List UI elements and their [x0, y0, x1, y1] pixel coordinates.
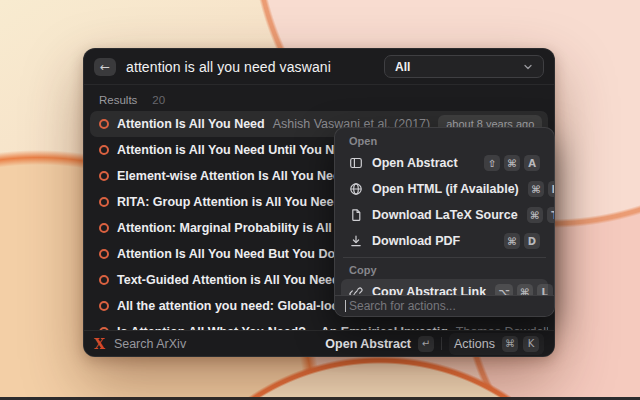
globe-icon — [349, 182, 363, 196]
results-label: Results — [99, 94, 137, 106]
menu-item-download-pdf[interactable]: Download PDF ⌘ D — [341, 228, 548, 254]
arxiv-logo-icon: X — [94, 337, 105, 351]
actions-search-placeholder: Search for actions... — [349, 299, 456, 313]
action-menu: Open Open Abstract ⇧ ⌘ A — [334, 127, 555, 317]
result-title: Attention Is All You Need — [117, 117, 265, 131]
arxiv-paper-icon — [99, 301, 109, 311]
arxiv-paper-icon — [99, 145, 109, 155]
arxiv-paper-icon — [99, 171, 109, 181]
footer-divider — [441, 337, 442, 350]
category-dropdown[interactable]: All — [384, 55, 544, 78]
arxiv-paper-icon — [99, 275, 109, 285]
results-header: Results 20 — [84, 85, 554, 111]
raycast-window: ← attention is all you need vaswani All … — [83, 48, 555, 357]
arxiv-paper-icon — [99, 223, 109, 233]
arxiv-paper-icon — [99, 197, 109, 207]
actions-button[interactable]: Actions ⌘ K — [449, 333, 544, 355]
search-bar: ← attention is all you need vaswani All — [84, 49, 554, 85]
shortcut-keys: ⌘ H — [528, 181, 555, 197]
chevron-down-icon — [523, 62, 533, 72]
arxiv-paper-icon — [99, 249, 109, 259]
menu-item-open-abstract[interactable]: Open Abstract ⇧ ⌘ A — [341, 150, 548, 176]
menu-item-download-latex[interactable]: Download LaTeX Source ⌘ T — [341, 202, 548, 228]
cmd-key-icon: ⌘ — [502, 336, 518, 352]
footer-bar: X Search ArXiv Open Abstract ↵ Actions ⌘… — [84, 330, 554, 356]
desktop-wallpaper: ← attention is all you need vaswani All … — [0, 0, 640, 400]
shortcut-keys: ⌘ T — [527, 207, 555, 223]
menu-section-copy: Copy — [341, 261, 548, 279]
dropdown-value: All — [395, 60, 410, 74]
window-icon — [349, 156, 363, 170]
menu-section-open: Open — [341, 132, 548, 150]
results-count: 20 — [152, 94, 165, 106]
menu-item-open-html[interactable]: Open HTML (if Available) ⌘ H — [341, 176, 548, 202]
menu-item-label: Open Abstract — [372, 156, 458, 170]
arrow-left-icon: ← — [100, 61, 110, 73]
menu-item-label: Open HTML (if Available) — [372, 182, 519, 196]
search-input[interactable]: attention is all you need vaswani — [126, 59, 331, 75]
arxiv-paper-icon — [99, 119, 109, 129]
shortcut-keys: ⌘ D — [504, 233, 540, 249]
download-icon — [349, 234, 363, 248]
shortcut-keys: ⇧ ⌘ A — [484, 155, 540, 171]
menu-divider — [343, 257, 546, 258]
text-cursor — [345, 300, 346, 312]
back-button[interactable]: ← — [94, 58, 116, 76]
menu-item-label: Download PDF — [372, 234, 460, 248]
extension-name: Search ArXiv — [114, 337, 186, 351]
result-title: Element-wise Attention Is All You Need — [117, 169, 348, 183]
menu-item-label: Download LaTeX Source — [372, 208, 518, 222]
actions-search-input[interactable]: Search for actions... — [335, 295, 554, 316]
k-key-icon: K — [523, 336, 539, 352]
primary-action-button[interactable]: Open Abstract — [325, 337, 411, 351]
document-icon — [349, 208, 363, 222]
return-key-icon: ↵ — [418, 336, 434, 352]
